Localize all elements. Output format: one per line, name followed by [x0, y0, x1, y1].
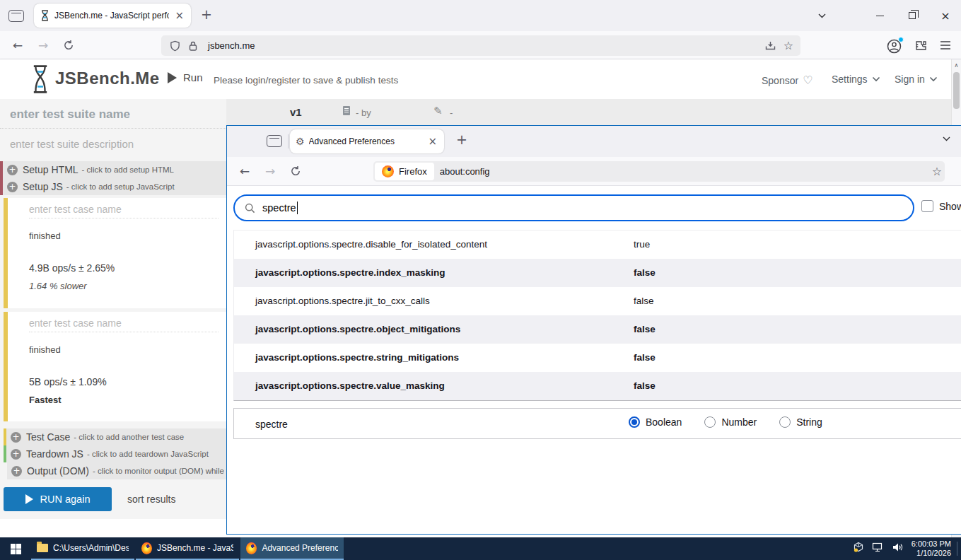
system-tray — [853, 537, 903, 560]
pref-value: true — [634, 239, 650, 250]
radio-string[interactable]: String — [779, 416, 822, 428]
radio-icon — [629, 416, 640, 428]
pref-row[interactable]: javascript.options.spectre.object_mitiga… — [234, 315, 961, 344]
network-icon[interactable] — [872, 542, 884, 555]
extensions-puzzle-icon[interactable] — [912, 37, 929, 54]
navigation-bar: ← → Firefox about:config ☆ — [227, 157, 961, 186]
text-caret — [297, 202, 298, 214]
pref-row[interactable]: javascript.options.spectre.string_mitiga… — [234, 344, 961, 372]
scroll-thumb[interactable] — [953, 72, 960, 109]
jsbench-favicon — [40, 10, 50, 21]
shield-icon[interactable] — [165, 37, 184, 55]
pref-value: false — [634, 296, 654, 306]
aboutconfig-content: spectre Show javascript.options.spectre.… — [227, 186, 961, 534]
radio-boolean[interactable]: Boolean — [629, 416, 682, 428]
heart-icon: ♡ — [803, 74, 813, 87]
plus-circle-icon: + — [11, 466, 22, 477]
forward-icon[interactable]: → — [35, 37, 52, 54]
sponsor-link[interactable]: Sponsor♡ — [762, 74, 813, 87]
url-bar[interactable]: jsbench.me ☆ — [161, 35, 800, 56]
back-icon[interactable]: ← — [236, 163, 253, 180]
sidebar-footer — [0, 519, 226, 537]
output-dom-row[interactable]: + Output (DOM) - click to monitor output… — [7, 462, 226, 479]
tab-jsbench[interactable]: JSBench.me - JavaScript perform × — [34, 4, 191, 28]
settings-menu[interactable]: Settings — [832, 74, 880, 85]
reload-icon[interactable] — [287, 163, 304, 180]
tab-advanced-preferences[interactable]: ⚙ Advanced Preferences × — [290, 129, 444, 153]
radio-number[interactable]: Number — [704, 416, 757, 428]
forward-icon[interactable]: → — [262, 163, 279, 180]
restore-button[interactable] — [905, 8, 919, 23]
tab-close-icon[interactable]: × — [426, 135, 438, 148]
taskbar: C:\Users\Admin\Des... JSBench.me - JavaS… — [0, 537, 961, 560]
test-case-name-input[interactable]: enter test case name — [29, 317, 219, 332]
taskbar-button-firefox-jsbench[interactable]: JSBench.me - JavaS... — [136, 537, 239, 560]
checkbox-icon[interactable] — [921, 200, 933, 212]
bookmark-star-icon[interactable]: ☆ — [779, 37, 798, 55]
browser-window-aboutconfig: ⚙ Advanced Preferences × + ← → Firefox a… — [226, 125, 961, 535]
setup-html-row[interactable]: + Setup HTML - click to add setup HTML — [0, 161, 226, 178]
firefox-chip: Firefox — [375, 163, 434, 180]
back-icon[interactable]: ← — [9, 37, 26, 54]
start-button[interactable] — [0, 537, 31, 560]
virtualbox-tray-icon[interactable] — [853, 542, 864, 556]
list-all-tabs-icon[interactable] — [815, 8, 829, 23]
new-tab-button[interactable]: + — [456, 132, 467, 147]
windows-logo-icon — [11, 544, 21, 554]
play-icon — [168, 72, 177, 83]
taskbar-clock[interactable]: 6:00:03 PM 1/10/2026 — [904, 539, 951, 558]
taskbar-button-firefox-config[interactable]: Advanced Preferenc... — [240, 537, 344, 560]
bookmark-star-icon[interactable]: ☆ — [924, 163, 942, 181]
sort-results-link[interactable]: sort results — [127, 494, 175, 505]
add-test-case-row[interactable]: + Test Case - click to add another test … — [4, 428, 226, 445]
folder-icon — [37, 544, 48, 552]
scroll-up-arrow[interactable]: ∧ — [952, 62, 961, 69]
account-icon[interactable] — [885, 37, 902, 54]
run-button[interactable]: Run — [168, 71, 203, 83]
chevron-down-icon — [872, 76, 880, 82]
test-case-card-2[interactable]: enter test case name finished 5B ops/s ±… — [4, 312, 226, 421]
new-tab-button[interactable]: + — [201, 6, 212, 22]
teardown-js-row[interactable]: + Teardown JS - click to add teardown Ja… — [4, 445, 226, 462]
run-again-button[interactable]: RUN again — [4, 487, 112, 511]
pencil-icon[interactable]: ✎ — [433, 105, 443, 117]
pref-name: javascript.options.spectre.index_masking — [255, 267, 445, 278]
close-button[interactable]: × — [938, 8, 953, 23]
show-desktop-divider[interactable] — [957, 542, 957, 556]
firefox-view-icon[interactable] — [8, 10, 24, 22]
menu-hamburger-icon[interactable] — [937, 37, 954, 54]
show-modified-checkbox[interactable]: Show — [921, 200, 961, 212]
brand-title[interactable]: JSBench.Me — [55, 69, 160, 88]
pref-row[interactable]: javascript.options.spectre.jit_to_cxx_ca… — [234, 287, 961, 315]
search-icon — [245, 203, 255, 214]
test-case-name-input[interactable]: enter test case name — [29, 204, 219, 218]
firefox-logo-icon — [382, 165, 394, 177]
edit-dash: - — [450, 107, 453, 118]
setup-js-row[interactable]: + Setup JS - click to add setup JavaScri… — [0, 178, 226, 195]
pref-row[interactable]: javascript.options.spectre.index_masking… — [234, 259, 961, 287]
test-case-status: finished — [29, 344, 61, 355]
test-case-note: Fastest — [29, 395, 62, 405]
pref-row[interactable]: javascript.options.spectre.value_masking… — [234, 372, 961, 400]
test-case-ops: 4.9B ops/s ± 2.65% — [29, 262, 115, 274]
test-case-card-1[interactable]: enter test case name finished 4.9B ops/s… — [4, 198, 226, 308]
lock-icon[interactable] — [184, 37, 202, 55]
suite-description-input[interactable]: enter test suite description — [0, 129, 226, 158]
pref-row[interactable]: javascript.options.spectre.disable_for_i… — [234, 231, 961, 259]
pref-name: javascript.options.spectre.string_mitiga… — [255, 352, 459, 363]
speaker-icon[interactable] — [892, 542, 903, 555]
tab-close-icon[interactable]: × — [173, 9, 185, 22]
test-suite-sidebar: enter test suite name enter test suite d… — [0, 99, 226, 520]
url-bar[interactable]: Firefox about:config ☆ — [373, 161, 945, 182]
list-all-tabs-icon[interactable] — [942, 136, 951, 141]
config-search-input[interactable]: spectre — [233, 194, 914, 221]
add-preference-row: spectre Boolean Number String — [233, 408, 961, 439]
signin-menu[interactable]: Sign in — [895, 74, 938, 85]
reload-icon[interactable] — [60, 37, 77, 54]
suite-name-input[interactable]: enter test suite name — [0, 99, 226, 129]
save-to-library-icon[interactable] — [761, 37, 779, 55]
minimize-button[interactable] — [873, 8, 887, 23]
taskbar-button-explorer[interactable]: C:\Users\Admin\Des... — [31, 537, 134, 560]
firefox-view-icon[interactable] — [267, 135, 282, 147]
url-text: about:config — [440, 166, 924, 177]
